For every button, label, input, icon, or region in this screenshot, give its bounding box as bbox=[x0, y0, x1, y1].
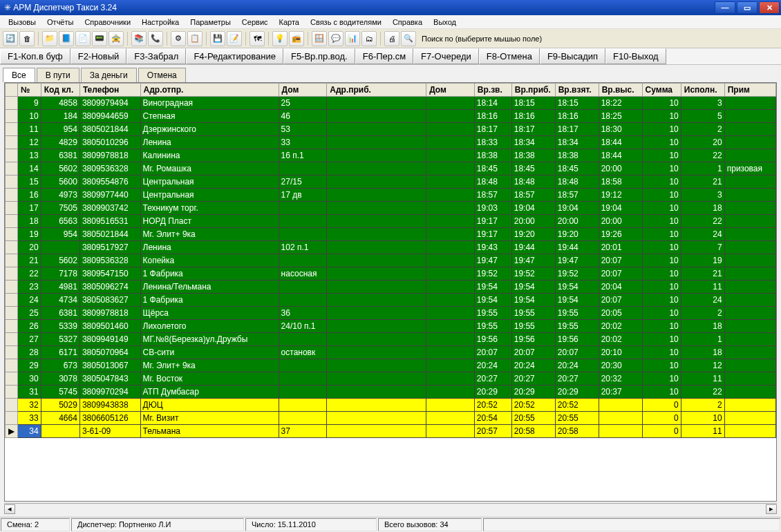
tool-station[interactable]: 📟 bbox=[92, 31, 107, 46]
tool-print[interactable]: 🖨 bbox=[384, 31, 399, 46]
table-row[interactable]: 3346643806605126Мг. Визит20:5420:5520:55… bbox=[6, 412, 776, 425]
minimize-button[interactable]: — bbox=[715, 1, 735, 14]
col-header-12[interactable]: Сумма bbox=[642, 84, 681, 97]
tool-card[interactable]: 🗂 bbox=[361, 31, 377, 46]
col-header-1[interactable]: № bbox=[17, 84, 41, 97]
tool-report[interactable]: 📊 bbox=[345, 31, 360, 46]
fn-button-4[interactable]: F4-Редактирование bbox=[186, 48, 283, 64]
menu-5[interactable]: Сервис bbox=[236, 17, 274, 28]
tool-list[interactable]: 📋 bbox=[187, 31, 203, 46]
table-row[interactable]: 199543805021844Мг. Элит+ 9ка19:1719:2019… bbox=[6, 228, 776, 241]
table-row[interactable]: 2349813805096274Ленина/Тельмана19:5419:5… bbox=[6, 281, 776, 294]
tool-stack[interactable]: 📚 bbox=[131, 31, 147, 46]
table-row[interactable]: 1775053809903742Техникум торг.19:0319:04… bbox=[6, 202, 776, 215]
tool-book[interactable]: 📘 bbox=[59, 31, 74, 46]
table-row[interactable]: 3030783805047843Мг. Восток20:2720:2720:2… bbox=[6, 372, 776, 386]
status-date: Число: 15.11.2010 bbox=[245, 518, 377, 531]
window-title: АРМ Диспетчер Такси 3.24 bbox=[13, 3, 715, 12]
tool-radio[interactable]: 📻 bbox=[289, 31, 304, 46]
search-label: Поиск по (выберите мышью поле) bbox=[422, 35, 542, 43]
col-header-4[interactable]: Адр.отпр. bbox=[140, 84, 279, 97]
tab-3[interactable]: Отмена bbox=[138, 68, 186, 82]
fn-button-6[interactable]: F6-Пер.см bbox=[355, 48, 413, 64]
tab-1[interactable]: В пути bbox=[37, 68, 79, 82]
status-spacer bbox=[483, 518, 780, 531]
col-header-13[interactable]: Исполн. bbox=[681, 84, 724, 97]
tool-map[interactable]: 🗺 bbox=[250, 31, 265, 46]
fn-button-8[interactable]: F8-Отмена bbox=[479, 48, 540, 64]
scroll-track[interactable] bbox=[15, 504, 766, 514]
table-row[interactable]: 3250293809943838ДЮЦ20:5220:5220:5202 bbox=[6, 399, 776, 412]
table-row[interactable]: 22717838095471501 Фабриканасосная19:5219… bbox=[6, 267, 776, 281]
fn-button-7[interactable]: F7-Очереди bbox=[413, 48, 479, 64]
table-row[interactable]: 101843809944659Степная4618:1618:1618:161… bbox=[6, 110, 776, 123]
table-row[interactable]: 296733805013067Мг. Элит+ 9ка20:2420:2420… bbox=[6, 359, 776, 372]
tool-clipboard[interactable]: 📝 bbox=[227, 31, 242, 46]
close-button[interactable]: ✕ bbox=[759, 1, 780, 14]
table-row[interactable]: 1363813809978818Калинина16 п.118:3818:38… bbox=[6, 149, 776, 162]
table-row[interactable]: 1456023809536328Мг. Ромашка18:4518:4518:… bbox=[6, 162, 776, 175]
col-header-9[interactable]: Вр.приб. bbox=[511, 84, 555, 97]
tool-delete[interactable]: 🗑 bbox=[19, 31, 35, 46]
col-header-3[interactable]: Телефон bbox=[79, 84, 140, 97]
menu-6[interactable]: Карта bbox=[274, 17, 305, 28]
fn-button-3[interactable]: F3-Забрал bbox=[126, 48, 186, 64]
tool-settings[interactable]: ⚙ bbox=[171, 31, 186, 46]
menu-9[interactable]: Выход bbox=[428, 17, 462, 28]
call-grid[interactable]: №Код кл.ТелефонАдр.отпр.ДомАдр.приб.ДомВ… bbox=[4, 82, 777, 502]
col-header-5[interactable]: Дом bbox=[279, 84, 327, 97]
horizontal-scrollbar[interactable]: ◂ ▸ bbox=[4, 503, 777, 514]
table-row[interactable]: 119543805021844Дзержинского5318:1718:171… bbox=[6, 123, 776, 136]
scroll-left[interactable]: ◂ bbox=[4, 504, 15, 514]
menu-2[interactable]: Справочники bbox=[79, 17, 136, 28]
fn-button-5[interactable]: F5-Вр.пр.вод. bbox=[283, 48, 355, 64]
statusbar: Смена: 2 Диспетчер: Портненко Л.И Число:… bbox=[0, 517, 781, 532]
col-header-2[interactable]: Код кл. bbox=[41, 84, 79, 97]
tool-chat[interactable]: 💬 bbox=[328, 31, 344, 46]
table-row[interactable]: ▶343-61-09Тельмана3720:5720:5820:58011 bbox=[6, 425, 776, 438]
col-header-7[interactable]: Дом bbox=[426, 84, 475, 97]
col-header-6[interactable]: Адр.приб. bbox=[327, 84, 426, 97]
table-row[interactable]: 2861713805070964СВ-ситиостановк20:0720:0… bbox=[6, 346, 776, 359]
col-header-11[interactable]: Вр.выс. bbox=[599, 84, 642, 97]
table-row[interactable]: 948583809979494Виноградная2518:1418:1518… bbox=[6, 97, 776, 110]
table-row[interactable]: 3157453809970294АТП Думбасар20:2920:2920… bbox=[6, 386, 776, 399]
table-row[interactable]: 2563813809978818Щёрса3619:5519:5519:5520… bbox=[6, 307, 776, 320]
tool-search[interactable]: 🔍 bbox=[401, 31, 416, 46]
table-row[interactable]: 2653393809501460Лихолетого24/10 п.119:55… bbox=[6, 320, 776, 333]
table-row[interactable]: 2156023809536328Копейка19:4719:4719:4720… bbox=[6, 254, 776, 267]
tab-2[interactable]: За деньги bbox=[81, 68, 137, 82]
tool-phone[interactable]: 📞 bbox=[148, 31, 163, 46]
maximize-button[interactable]: ▭ bbox=[737, 1, 758, 14]
fn-button-10[interactable]: F10-Выход bbox=[605, 48, 666, 64]
table-row[interactable]: 1556003809554876Центральная27/1518:4818:… bbox=[6, 175, 776, 189]
col-header-8[interactable]: Вр.зв. bbox=[474, 84, 511, 97]
tool-save[interactable]: 💾 bbox=[210, 31, 225, 46]
scroll-right[interactable]: ▸ bbox=[766, 504, 777, 514]
fn-button-2[interactable]: F2-Новый bbox=[70, 48, 127, 64]
table-row[interactable]: 1865633809516531НОРД Пласт19:1720:0020:0… bbox=[6, 215, 776, 228]
tool-window[interactable]: 🪟 bbox=[312, 31, 327, 46]
menu-7[interactable]: Связь с водителями bbox=[305, 17, 387, 28]
col-header-0[interactable] bbox=[6, 84, 18, 97]
menu-3[interactable]: Настройка bbox=[136, 17, 185, 28]
menu-1[interactable]: Отчёты bbox=[41, 17, 79, 28]
table-row[interactable]: 203809517927Ленина102 п.119:4319:4419:44… bbox=[6, 241, 776, 254]
tool-folder[interactable]: 📁 bbox=[42, 31, 57, 46]
table-row[interactable]: 1649733809977440Центральная17 дв18:5718:… bbox=[6, 189, 776, 202]
menu-0[interactable]: Вызовы bbox=[3, 17, 41, 28]
tool-bulb[interactable]: 💡 bbox=[272, 31, 288, 46]
menu-8[interactable]: Справка bbox=[387, 17, 428, 28]
menu-4[interactable]: Параметры bbox=[185, 17, 236, 28]
tool-doc[interactable]: 📄 bbox=[75, 31, 91, 46]
tab-0[interactable]: Все bbox=[3, 68, 35, 82]
col-header-14[interactable]: Прим bbox=[724, 84, 775, 97]
table-row[interactable]: 2753273809949149МГ.№8(Березка)ул.Дружбы1… bbox=[6, 333, 776, 346]
fn-button-9[interactable]: F9-Высадип bbox=[540, 48, 605, 64]
tool-car[interactable]: 🚖 bbox=[109, 31, 124, 46]
tool-refresh[interactable]: 🔄 bbox=[3, 31, 18, 46]
table-row[interactable]: 24473438050836271 Фабрика19:5419:5419:54… bbox=[6, 294, 776, 307]
col-header-10[interactable]: Вр.взят. bbox=[555, 84, 599, 97]
table-row[interactable]: 1248293805010296Ленина3318:3318:3418:341… bbox=[6, 136, 776, 149]
fn-button-1[interactable]: F1-Коп.в буф bbox=[0, 48, 70, 64]
